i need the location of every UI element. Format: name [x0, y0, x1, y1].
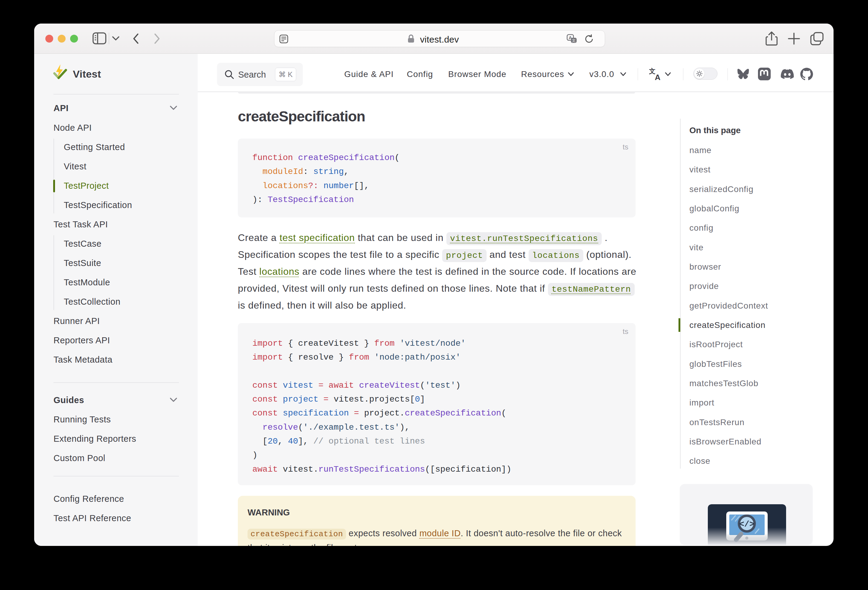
- svg-text:A: A: [655, 73, 661, 81]
- svg-text:</>: </>: [739, 519, 754, 529]
- svg-text:文: 文: [572, 38, 576, 43]
